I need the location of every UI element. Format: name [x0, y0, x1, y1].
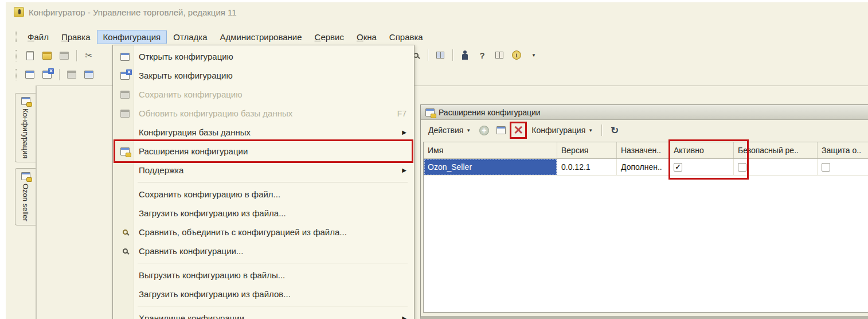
toolbar-grip[interactable]	[15, 69, 17, 80]
cell-name[interactable]: Ozon_Seller	[424, 159, 557, 175]
column-header-name[interactable]: Имя	[424, 142, 557, 158]
window-title: Конфигуратор - Управление торговлей, ред…	[29, 7, 237, 17]
configuration-extensions-icon	[425, 108, 435, 116]
sidebar-tab-configuration[interactable]: Конфигурация	[15, 93, 36, 162]
toolbar-separator	[59, 69, 60, 80]
toolbar-grip[interactable]	[15, 50, 17, 61]
copy-icon[interactable]	[433, 48, 448, 63]
protection-checkbox[interactable]	[822, 163, 830, 172]
submenu-arrow-icon: ▶	[402, 167, 406, 173]
extension-window-icon	[21, 172, 30, 180]
compare-merge-icon	[118, 229, 132, 235]
info-icon[interactable]: i	[509, 48, 524, 63]
column-header-protection[interactable]: Защита о..	[818, 142, 868, 158]
database-configuration-icon[interactable]	[81, 67, 96, 82]
menu-item-configuration-repository[interactable]: Хранилище конфигурации ▶	[114, 309, 413, 319]
sidebar-tabs: Конфигурация Ozon seller	[15, 93, 36, 225]
save-icon[interactable]	[57, 48, 72, 63]
update-database-icon	[118, 110, 132, 118]
cell-active	[670, 159, 734, 175]
toolbar-grip[interactable]	[15, 32, 17, 42]
menu-service[interactable]: Сервис	[308, 30, 350, 44]
cell-version[interactable]: 0.0.12.1	[557, 159, 617, 175]
cell-protection	[818, 159, 868, 175]
sidebar-tab-label: Конфигурация	[21, 108, 30, 158]
sidebar-tab-label: Ozon seller	[21, 184, 30, 221]
cell-purpose[interactable]: Дополнен..	[617, 159, 670, 175]
column-header-version[interactable]: Версия	[557, 142, 617, 158]
menu-item-compare-configurations[interactable]: Сравнить конфигурации...	[114, 242, 413, 260]
workspace-border	[36, 86, 37, 319]
column-header-active[interactable]: Активно	[670, 142, 734, 158]
extensions-panel-toolbar: Действия ▼ + ✕ Конфигурация ▼ ↻	[421, 120, 868, 141]
extensions-panel-title: Расширения конфигурации	[439, 108, 541, 117]
menu-item-support[interactable]: Поддержка ▶	[114, 161, 413, 180]
chevron-down-icon: ▼	[588, 128, 593, 133]
syntax-assistant-icon[interactable]	[458, 48, 472, 63]
open-configuration-icon[interactable]	[22, 67, 37, 82]
sidebar-tab-ozon-seller[interactable]: Ozon seller	[15, 168, 36, 225]
open-extension-icon[interactable]	[494, 123, 508, 137]
menu-item-update-database-configuration: Обновить конфигурацию базы данных F7	[114, 104, 413, 123]
update-database-configuration-icon[interactable]	[64, 67, 79, 82]
menu-administration[interactable]: Администрирование	[214, 30, 308, 44]
extensions-table: Имя Версия Назначен.. Активно Безопасный…	[423, 142, 868, 313]
menu-item-save-configuration: Сохранить конфигурацию	[114, 85, 413, 104]
column-header-safe-mode[interactable]: Безопасный ре..	[734, 142, 818, 158]
cut-icon[interactable]: ✂	[81, 48, 96, 63]
menu-separator	[138, 263, 408, 263]
active-checkbox[interactable]	[674, 163, 682, 172]
menu-item-load-configuration-from-files[interactable]: Загрузить конфигурацию из файлов...	[114, 285, 413, 304]
safe-mode-checkbox[interactable]	[738, 163, 746, 172]
menu-item-open-configuration[interactable]: Открыть конфигурацию	[114, 47, 413, 66]
menu-configuration[interactable]: Конфигурация	[97, 30, 167, 44]
menu-separator	[138, 182, 408, 182]
menu-edit[interactable]: Правка	[55, 30, 97, 44]
menu-help[interactable]: Справка	[383, 30, 429, 44]
menu-item-dump-configuration-to-files[interactable]: Выгрузить конфигурацию в файлы...	[114, 266, 413, 285]
menu-bar: Файл Правка Конфигурация Отладка Админис…	[7, 29, 868, 45]
column-header-purpose[interactable]: Назначен..	[617, 142, 670, 158]
menu-item-close-configuration[interactable]: Закрыть конфигурацию	[114, 66, 413, 85]
1c-configurator-icon	[14, 7, 24, 17]
configuration-dropdown-button[interactable]: Конфигурация ▼	[529, 124, 596, 137]
submenu-arrow-icon: ▶	[402, 315, 406, 319]
refresh-icon[interactable]: ↻	[608, 123, 621, 137]
configuration-menu-dropdown: Открыть конфигурацию Закрыть конфигураци…	[112, 45, 415, 319]
close-configuration-icon	[118, 72, 132, 80]
toolbar-separator	[76, 50, 77, 61]
configuration-extensions-icon	[118, 147, 132, 155]
submenu-arrow-icon: ▶	[402, 129, 406, 135]
table-row[interactable]: Ozon_Seller 0.0.12.1 Дополнен..	[424, 159, 868, 176]
chevron-down-icon: ▼	[466, 128, 471, 133]
help-book-icon[interactable]	[492, 48, 507, 63]
toolbar-overflow-icon[interactable]: ▼	[526, 48, 541, 63]
extensions-table-header: Имя Версия Назначен.. Активно Безопасный…	[424, 142, 868, 159]
save-configuration-icon	[118, 91, 132, 99]
delete-icon[interactable]: ✕	[511, 123, 525, 137]
menu-item-compare-merge-with-file[interactable]: Сравнить, объединить с конфигурацией из …	[114, 223, 413, 242]
open-configuration-icon	[118, 53, 132, 61]
open-file-icon[interactable]	[40, 48, 54, 63]
menu-file[interactable]: Файл	[21, 30, 55, 44]
title-bar: Конфигуратор - Управление торговлей, ред…	[6, 3, 868, 21]
menu-windows[interactable]: Окна	[350, 30, 383, 44]
main-toolbar-right-group: ? i ▼	[408, 48, 541, 63]
close-configuration-icon[interactable]	[40, 67, 54, 82]
actions-dropdown-button[interactable]: Действия ▼	[425, 124, 474, 137]
screenshot-root: Конфигуратор - Управление торговлей, ред…	[0, 0, 868, 319]
new-document-icon[interactable]	[22, 48, 37, 63]
cell-safe-mode	[734, 159, 818, 175]
toolbar-separator	[428, 49, 428, 61]
menu-item-configuration-extensions[interactable]: Расширения конфигурации	[114, 142, 413, 161]
add-icon[interactable]: +	[477, 123, 491, 137]
menu-item-save-configuration-to-file[interactable]: Сохранить конфигурацию в файл...	[114, 185, 413, 204]
menu-separator	[138, 306, 408, 306]
help-search-icon[interactable]: ?	[475, 48, 490, 63]
menu-item-database-configuration[interactable]: Конфигурация базы данных ▶	[114, 123, 413, 142]
extensions-panel: Расширения конфигурации Действия ▼ + ✕ К…	[420, 104, 868, 319]
menu-debug[interactable]: Отладка	[167, 30, 213, 44]
menu-item-load-configuration-from-file[interactable]: Загрузить конфигурацию из файла...	[114, 204, 413, 223]
toolbar-separator	[452, 49, 453, 61]
compare-configurations-icon	[118, 248, 132, 254]
